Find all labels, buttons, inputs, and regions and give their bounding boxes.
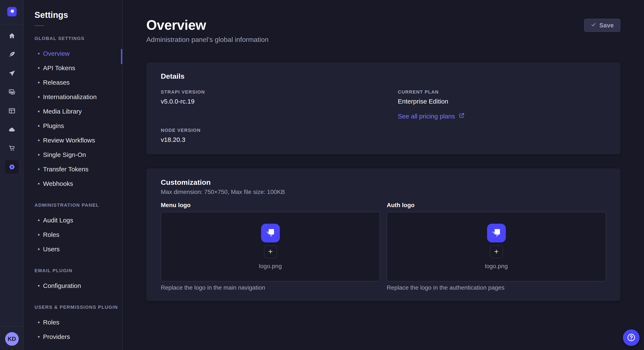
- bullet-icon: [38, 169, 40, 170]
- node-version-label: NODE VERSION: [161, 128, 369, 133]
- bullet-icon: [38, 219, 40, 221]
- main-nav-rail: KD: [0, 0, 24, 350]
- details-right-column: CURRENT PLAN Enterprise Edition See all …: [398, 89, 606, 143]
- bullet-icon: [38, 154, 40, 156]
- customization-card: Customization Max dimension: 750×750, Ma…: [146, 169, 620, 301]
- strapi-version-label: STRAPI VERSION: [161, 89, 369, 95]
- section-label: USERS & PERMISSIONS PLUGIN: [34, 305, 122, 310]
- home-icon[interactable]: [5, 29, 19, 43]
- auth-logo-add-button[interactable]: [490, 245, 503, 258]
- plus-icon: [267, 248, 274, 255]
- strapi-version-value: v5.0.0-rc.19: [161, 98, 369, 105]
- cloud-icon[interactable]: [5, 123, 19, 136]
- auth-logo-preview: [487, 224, 506, 242]
- node-version-value: v18.20.3: [161, 136, 369, 143]
- pricing-plans-link-label: See all pricing plans: [398, 113, 455, 120]
- page-header-text: Overview Administration panel’s global i…: [146, 18, 268, 44]
- bullet-icon: [38, 140, 40, 141]
- sidebar-item-admin-users[interactable]: Users: [34, 242, 122, 256]
- menu-logo-dropzone[interactable]: logo.png: [161, 212, 380, 281]
- page-subtitle: Administration panel’s global informatio…: [146, 36, 268, 44]
- bullet-icon: [38, 82, 40, 83]
- customization-subheading: Max dimension: 750×750, Max file size: 1…: [161, 189, 606, 195]
- bullet-icon: [38, 53, 40, 54]
- sidebar-item-media-library[interactable]: Media Library: [34, 104, 122, 119]
- section-global-settings: GLOBAL SETTINGS Overview API Tokens Rele…: [34, 36, 122, 191]
- external-link-icon: [458, 112, 465, 120]
- auth-logo-field: Auth logo logo.png: [387, 202, 606, 291]
- sidebar-item-internationalization[interactable]: Internationalization: [34, 90, 122, 104]
- strapi-version-block: STRAPI VERSION v5.0.0-rc.19: [161, 89, 369, 105]
- current-plan-block: CURRENT PLAN Enterprise Edition: [398, 89, 606, 105]
- bullet-icon: [38, 183, 40, 184]
- scrollbar-thumb[interactable]: [121, 49, 122, 64]
- sidebar-item-audit-logs[interactable]: Audit Logs: [34, 213, 122, 227]
- question-mark-icon: [626, 333, 636, 343]
- rail-bottom-divider: [0, 326, 24, 327]
- bullet-icon: [38, 322, 40, 323]
- main-content: Overview Administration panel’s global i…: [123, 0, 644, 350]
- current-plan-value: Enterprise Edition: [398, 98, 606, 105]
- strapi-logo-icon: [264, 226, 277, 240]
- customization-heading: Customization: [161, 178, 606, 186]
- help-button[interactable]: [623, 329, 640, 346]
- check-icon: [591, 22, 596, 29]
- strapi-logo-icon: [490, 226, 502, 240]
- layout-icon[interactable]: [5, 104, 19, 118]
- user-avatar[interactable]: KD: [5, 332, 19, 346]
- bullet-icon: [38, 111, 40, 112]
- details-left-column: STRAPI VERSION v5.0.0-rc.19 NODE VERSION…: [161, 89, 369, 143]
- menu-logo-add-button[interactable]: [264, 245, 277, 258]
- sidebar-item-single-sign-on[interactable]: Single Sign-On: [34, 148, 122, 162]
- sidebar-item-up-roles[interactable]: Roles: [34, 315, 122, 330]
- save-button-label: Save: [599, 22, 614, 29]
- images-icon[interactable]: [5, 85, 19, 99]
- save-button[interactable]: Save: [584, 19, 620, 32]
- pricing-plans-link[interactable]: See all pricing plans: [398, 112, 465, 120]
- plus-icon: [493, 248, 500, 255]
- bullet-icon: [38, 248, 40, 250]
- logo-grid: Menu logo logo.png: [161, 202, 606, 291]
- menu-logo-label: Menu logo: [161, 202, 380, 209]
- sidebar-item-releases[interactable]: Releases: [34, 75, 122, 90]
- bullet-icon: [38, 125, 40, 127]
- menu-logo-field: Menu logo logo.png: [161, 202, 380, 291]
- subnav-underline: [34, 25, 44, 26]
- shopping-cart-icon[interactable]: [5, 141, 19, 155]
- menu-logo-caption: Replace the logo in the main navigation: [161, 284, 380, 291]
- details-heading: Details: [161, 72, 606, 80]
- sidebar-item-plugins[interactable]: Plugins: [34, 119, 122, 133]
- details-card: Details STRAPI VERSION v5.0.0-rc.19 NODE…: [146, 62, 620, 154]
- menu-logo-preview: [261, 224, 280, 242]
- section-users-permissions-plugin: USERS & PERMISSIONS PLUGIN Roles Provide…: [34, 305, 122, 344]
- bullet-icon: [38, 96, 40, 98]
- section-label: EMAIL PLUGIN: [34, 268, 122, 273]
- bullet-icon: [38, 234, 40, 236]
- bullet-icon: [38, 67, 40, 69]
- auth-logo-filename: logo.png: [485, 263, 508, 270]
- sidebar-item-overview[interactable]: Overview: [34, 46, 122, 61]
- sidebar-item-review-workflows[interactable]: Review Workflows: [34, 133, 122, 148]
- sidebar-item-up-providers[interactable]: Providers: [34, 330, 122, 344]
- rail-nav: [5, 29, 19, 174]
- gear-icon[interactable]: [5, 160, 19, 174]
- sidebar-item-transfer-tokens[interactable]: Transfer Tokens: [34, 162, 122, 176]
- menu-logo-filename: logo.png: [259, 263, 282, 270]
- paper-plane-icon[interactable]: [5, 67, 19, 80]
- sidebar-item-webhooks[interactable]: Webhooks: [34, 176, 122, 191]
- sidebar-item-api-tokens[interactable]: API Tokens: [34, 61, 122, 75]
- app-root: KD Settings GLOBAL SETTINGS Overview API…: [0, 0, 644, 350]
- rail-bottom: KD: [0, 326, 24, 350]
- section-administration-panel: ADMINISTRATION PANEL Audit Logs Roles Us…: [34, 202, 122, 256]
- section-email-plugin: EMAIL PLUGIN Configuration: [34, 268, 122, 293]
- feather-icon[interactable]: [5, 48, 19, 61]
- sidebar-item-email-configuration[interactable]: Configuration: [34, 279, 122, 293]
- bullet-icon: [38, 285, 40, 287]
- page-title: Overview: [146, 18, 268, 32]
- rail-divider: [0, 24, 24, 24]
- auth-logo-dropzone[interactable]: logo.png: [387, 212, 606, 281]
- settings-subnav: Settings GLOBAL SETTINGS Overview API To…: [24, 0, 123, 350]
- strapi-logo-button[interactable]: [7, 7, 16, 16]
- section-label: GLOBAL SETTINGS: [34, 36, 122, 41]
- sidebar-item-admin-roles[interactable]: Roles: [34, 227, 122, 242]
